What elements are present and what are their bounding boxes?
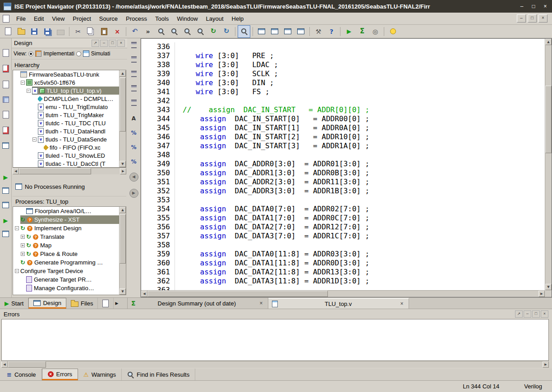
view-radio-simulati[interactable] — [76, 51, 81, 56]
new-window-button[interactable] — [255, 25, 268, 38]
design-float-panel-button[interactable]: ↗ — [92, 40, 99, 47]
hierarchy-item-tlutm-tlu-trigmaker[interactable]: vtlutm - TLU_TrigMaker — [13, 111, 120, 119]
strip-open-source-button[interactable] — [3, 81, 9, 90]
copy-button[interactable] — [85, 25, 97, 38]
cascade-windows-button[interactable] — [294, 25, 307, 38]
menu-view[interactable]: View — [48, 14, 69, 24]
cut-button[interactable]: ✂ — [72, 25, 84, 38]
hierarchy-item-emu-tlu-trigemulato[interactable]: vemu - TLU_TrigEmulato — [13, 103, 120, 111]
process-item-synthesize-xst[interactable]: ↻?Synthesize - XST — [13, 215, 120, 224]
save-button[interactable] — [28, 25, 41, 38]
tab-errors[interactable]: ×Errors — [42, 369, 78, 380]
mdi-close-button[interactable]: × — [538, 14, 547, 23]
menu-project[interactable]: Project — [69, 14, 95, 24]
strip-error-report-button[interactable] — [3, 127, 9, 136]
tree-expander[interactable]: − — [27, 89, 31, 93]
delete-button[interactable]: × — [111, 25, 124, 38]
scroll-down-arrow[interactable]: ▼ — [120, 288, 126, 295]
process-item-place-route[interactable]: +↻?Place & Route — [13, 250, 120, 258]
strip-run-all-button[interactable]: ▶ — [4, 216, 8, 224]
zoom-out-button[interactable] — [168, 25, 180, 38]
editor-strip-line-tools-1-button[interactable] — [131, 71, 137, 79]
menu-tools[interactable]: Tools — [151, 14, 173, 24]
scroll-up-arrow[interactable]: ▲ — [120, 207, 126, 213]
editor-strip-comment-tool-2-button[interactable]: % — [131, 143, 136, 151]
process-item-map[interactable]: +↻?Map — [13, 241, 120, 250]
intelligent-help-button[interactable] — [386, 25, 399, 38]
mdi-restore-button[interactable]: – — [517, 14, 526, 23]
maximize-button[interactable]: □ — [530, 3, 537, 9]
strip-run-selected-button[interactable]: ▶ — [4, 173, 8, 181]
tree-expander[interactable]: + — [21, 235, 25, 239]
tab-find-in-files-results[interactable]: Find in Files Results — [122, 369, 195, 380]
process-item-manage-configuratio[interactable]: Manage Configuratio… — [13, 284, 120, 292]
save-all-button[interactable] — [41, 25, 54, 38]
hierarchy-item-tludac-tlu-dacctl-t[interactable]: vtludac - TLU_DacCtl (T — [13, 160, 120, 167]
analyze-button[interactable]: ◎ — [369, 25, 382, 38]
menu-window[interactable]: Window — [173, 14, 202, 24]
tree-expander[interactable]: − — [15, 269, 19, 273]
editor-strip-navigate-back-button[interactable]: ◀ — [129, 172, 138, 182]
close-button[interactable]: × — [542, 3, 548, 9]
hierarchy-item-tlutdc-tlu-tdc-tlu[interactable]: vtlutdc - TLU_TDC (TLU — [13, 119, 120, 127]
new-document-button[interactable] — [2, 25, 14, 38]
editor-strip-comment-tool-3-button[interactable]: % — [131, 157, 136, 165]
hierarchy-item-fifo-fifo-fifo-xc[interactable]: fifo - FIFO (FIFO.xc — [13, 143, 120, 151]
tab-files[interactable]: Files — [66, 298, 98, 309]
scroll-up-arrow[interactable]: ▲ — [545, 39, 552, 45]
minimize-button[interactable]: – — [519, 3, 525, 9]
menu-help[interactable]: Help — [228, 14, 248, 24]
view-radio-implementati[interactable] — [28, 51, 33, 56]
whats-this-help-button[interactable]: ? — [325, 25, 338, 38]
refresh-view-button[interactable]: ↻ — [207, 25, 220, 38]
hierarchy-item-tluds-tlu-datasende[interactable]: −vtluds - TLU_DataSende — [13, 135, 120, 143]
hierarchy-item-firmwareseabastlu-trunk[interactable]: FirmwareSeabasTLU-trunk — [13, 70, 120, 78]
hierarchy-item-tlu-top-tlu-top-v[interactable]: −vTLU_top (TLU_top.v) — [13, 87, 120, 95]
strip-process-table-2-button[interactable] — [2, 202, 9, 210]
process-item-generate-programming[interactable]: ↻?Generate Programming … — [13, 258, 120, 267]
open-project-button[interactable] — [15, 25, 28, 38]
zoom-full-view-button[interactable] — [181, 25, 193, 38]
errors-close-panel-button[interactable]: × — [541, 310, 548, 318]
code-area[interactable]: 336337 wire [3:0] PRE ;338 wire [3:0] LD… — [141, 39, 545, 290]
close-tab-button[interactable]: × — [399, 301, 405, 307]
editor-strip-line-tools-3-button[interactable] — [131, 100, 137, 108]
mdi-maximize-button[interactable]: □ — [528, 14, 537, 23]
paste-button[interactable] — [98, 25, 110, 38]
process-item-translate[interactable]: +↻?Translate — [13, 232, 120, 241]
hierarchy-item-tludh-tlu-datahandl[interactable]: vtludh - TLU_DataHandl — [13, 127, 120, 135]
tree-expander[interactable]: − — [21, 81, 25, 85]
menu-edit[interactable]: Edit — [30, 14, 48, 24]
find-button[interactable] — [238, 25, 250, 38]
hierarchy-tree-vscrollbar[interactable]: ▲ ▼ — [119, 70, 126, 167]
undo-button[interactable]: ↶ — [129, 25, 141, 38]
zoom-box-button[interactable] — [194, 25, 207, 38]
process-item-floorplan-area-io-l[interactable]: Floorplan Area/IO/L… — [13, 207, 120, 215]
design-close-panel-button[interactable]: × — [117, 40, 125, 47]
hierarchy-item-xc5vlx50-1ff676[interactable]: −xc5vlx50-1ff676 — [13, 78, 120, 87]
editor-vscrollbar[interactable]: ▲ ▼ — [545, 39, 552, 290]
design-minimize-panel-button[interactable]: – — [100, 40, 108, 47]
print-button[interactable] — [54, 25, 67, 38]
strip-add-source-button[interactable] — [3, 65, 9, 74]
tab-item[interactable] — [98, 298, 114, 309]
menu-layout[interactable]: Layout — [202, 14, 228, 24]
tree-expander[interactable]: − — [32, 137, 37, 141]
scroll-up-arrow[interactable]: ▲ — [120, 70, 126, 77]
update-view-button[interactable]: ↻ — [220, 25, 233, 38]
editor-strip-outline-view-button[interactable] — [131, 56, 137, 64]
editor-tab-tlu-top-v[interactable]: TLU_top.v× — [268, 298, 409, 309]
process-item-implement-design[interactable]: −↻?Implement Design — [13, 224, 120, 232]
errors-content[interactable] — [1, 319, 549, 361]
design-summary-button[interactable]: Σ — [356, 25, 368, 38]
scroll-left-arrow[interactable]: ◀ — [1, 361, 8, 368]
errors-maximize-panel-button[interactable]: □ — [532, 310, 540, 318]
process-item-configure-target-device[interactable]: −Configure Target Device — [13, 267, 120, 275]
editor-hscrollbar[interactable]: ◀ ▶ — [141, 290, 545, 297]
more-tools-button[interactable]: » — [142, 25, 154, 38]
errors-minimize-panel-button[interactable]: – — [524, 310, 531, 318]
errors-float-panel-button[interactable]: ↗ — [515, 310, 523, 318]
scroll-right-arrow[interactable]: ▶ — [538, 291, 545, 297]
hierarchy-tree-hscrollbar[interactable]: ◀ ▶ — [13, 168, 126, 174]
scroll-thumb[interactable] — [19, 168, 91, 174]
